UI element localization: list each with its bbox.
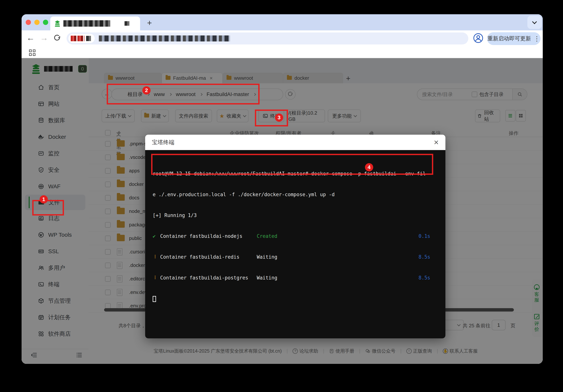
close-window-button[interactable] (26, 20, 31, 25)
bookmarks-bar (22, 47, 543, 58)
terminal-running-line: [+] Running 1/3 (153, 212, 438, 219)
apps-grid-icon[interactable] (29, 50, 36, 56)
profile-icon[interactable] (473, 33, 483, 43)
kebab-menu-icon[interactable]: ⋮ (534, 35, 540, 42)
site-logo-redacted-2 (86, 36, 91, 41)
new-tab-button[interactable]: + (145, 19, 154, 27)
check-icon: ✔ (153, 233, 160, 240)
tab-extra-redacted (125, 21, 129, 26)
container-status: Waiting (257, 254, 277, 261)
container-name: Container fastbuildai-redis (160, 254, 257, 261)
terminal-output[interactable]: root@VM-12-15-debian:/www/wwwroot/Fastbu… (145, 150, 445, 338)
minimize-window-button[interactable] (34, 20, 39, 25)
update-button-label: 重新启动即可更新 (488, 35, 531, 42)
container-status: Created (257, 233, 277, 240)
container-name: Container fastbuildai-nodejs (160, 233, 257, 240)
annotation-box-4 (151, 154, 433, 175)
spinner-icon: ⠸ (153, 254, 160, 261)
container-status-row: ⠸Container fastbuildai-postgresWaiting8.… (153, 274, 430, 281)
tab-title-redacted (64, 20, 110, 27)
browser-tabstrip: + (22, 14, 543, 30)
container-time: 0.1s (418, 233, 430, 240)
container-status-row: ⠸Container fastbuildai-redisWaiting8.5s (153, 254, 430, 261)
container-time: 8.5s (418, 274, 430, 281)
reload-button[interactable] (53, 35, 61, 42)
back-button[interactable]: ← (26, 33, 35, 42)
site-logo-redacted (71, 36, 85, 41)
annotation-badge-3: 3 (275, 114, 283, 122)
annotation-badge-1: 1 (39, 195, 48, 204)
browser-window: + ← → ☆ 重新启动即可更新 ⋮ 0 首页 (22, 14, 543, 364)
container-name: Container fastbuildai-postgres (160, 274, 257, 281)
container-status: Waiting (257, 274, 277, 281)
browser-update-button[interactable]: 重新启动即可更新 ⋮ (487, 32, 540, 45)
spinner-icon: ⠸ (153, 274, 160, 281)
zoom-window-button[interactable] (43, 20, 48, 25)
container-time: 8.5s (418, 254, 430, 261)
forward-button[interactable]: → (40, 33, 48, 42)
url-text-redacted (99, 36, 230, 41)
annotation-box-1 (32, 200, 64, 216)
close-icon[interactable]: × (434, 138, 439, 147)
browser-tab-active[interactable] (50, 16, 140, 30)
annotation-badge-2: 2 (142, 86, 151, 94)
annotation-box-2 (107, 84, 260, 105)
annotation-badge-4: 4 (365, 163, 373, 171)
terminal-cursor (153, 296, 156, 302)
bt-favicon-icon (54, 20, 60, 27)
tab-search-button[interactable] (527, 16, 542, 29)
container-status-row: ✔Container fastbuildai-nodejsCreated0.1s (153, 233, 430, 240)
url-bar[interactable]: ☆ (67, 32, 468, 44)
modal-header: 宝塔终端 × (145, 135, 445, 150)
terminal-command-line2: e ./.env.production.local -f ./docker/do… (153, 191, 438, 198)
modal-title: 宝塔终端 (152, 139, 174, 146)
site-badge (68, 34, 95, 43)
chevron-down-icon (532, 19, 537, 24)
